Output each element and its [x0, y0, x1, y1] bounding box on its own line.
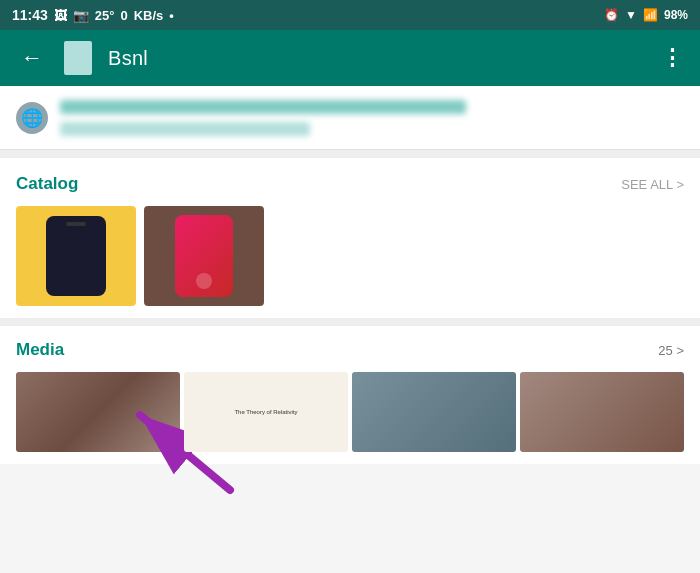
section-divider-2 [0, 318, 700, 326]
catalog-image-2[interactable] [144, 206, 264, 306]
catalog-header: Catalog SEE ALL > [16, 174, 684, 194]
media-thumb-4[interactable] [520, 372, 684, 452]
battery-pct: 98% [664, 8, 688, 22]
blurred-bar-1 [60, 100, 466, 114]
media-thumb-2[interactable]: The Theory of Relativity [184, 372, 348, 452]
dark-phone-image [46, 216, 106, 296]
media-thumb-3[interactable] [352, 372, 516, 452]
overflow-menu-button[interactable]: ⋮ [661, 45, 684, 71]
media-thumb-1[interactable] [16, 372, 180, 452]
network-unit: KB/s [134, 8, 164, 23]
catalog-section: Catalog SEE ALL > [0, 158, 700, 318]
app-icon [64, 41, 92, 75]
temperature: 25° [95, 8, 115, 23]
media-section: Media 25 > The Theory of Relativity [0, 326, 700, 464]
catalog-images [16, 206, 684, 306]
see-all-button[interactable]: SEE ALL > [621, 177, 684, 192]
network-speed: 0 [120, 8, 127, 23]
media-header: Media 25 > [16, 340, 684, 360]
wifi-icon: ▼ [625, 8, 637, 22]
dot-indicator: • [169, 8, 174, 23]
section-divider-1 [0, 150, 700, 158]
book-text: The Theory of Relativity [230, 404, 301, 420]
gallery-icon: 🖼 [54, 8, 67, 23]
catalog-title: Catalog [16, 174, 78, 194]
catalog-image-1[interactable] [16, 206, 136, 306]
media-count-button[interactable]: 25 > [658, 343, 684, 358]
alarm-icon: ⏰ [604, 8, 619, 22]
globe-icon: 🌐 [16, 102, 48, 134]
back-button[interactable]: ← [16, 45, 48, 71]
red-phone-image [175, 215, 233, 297]
app-bar: ← Bsnl ⋮ [0, 30, 700, 86]
media-title: Media [16, 340, 64, 360]
status-left: 11:43 🖼 📷 25° 0 KB/s • [12, 7, 174, 23]
media-thumbnails: The Theory of Relativity [16, 372, 684, 452]
status-time: 11:43 [12, 7, 48, 23]
status-right: ⏰ ▼ 📶 98% [604, 8, 688, 22]
blurred-content [60, 100, 684, 136]
blurred-bar-2 [60, 122, 310, 136]
screenshot-icon: 📷 [73, 8, 89, 23]
signal-icon: 📶 [643, 8, 658, 22]
app-bar-title: Bsnl [108, 47, 645, 70]
status-bar: 11:43 🖼 📷 25° 0 KB/s • ⏰ ▼ 📶 98% [0, 0, 700, 30]
blurred-header-section: 🌐 [0, 86, 700, 150]
